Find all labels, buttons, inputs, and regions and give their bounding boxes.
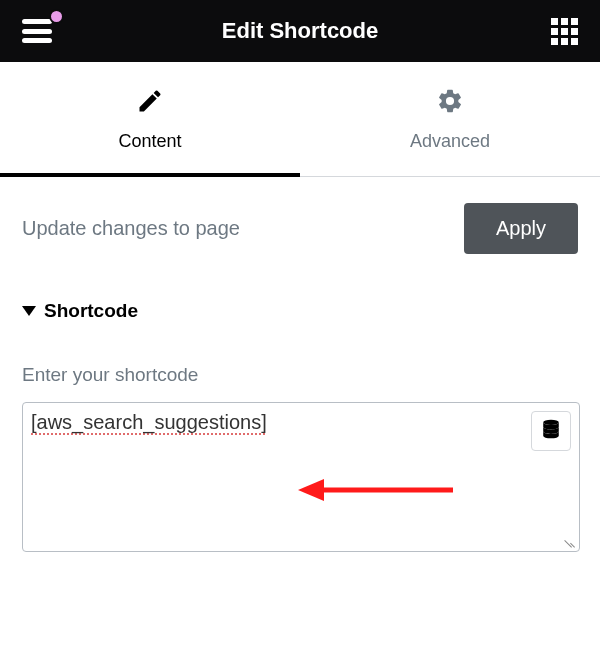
shortcode-input[interactable]: [aws_search_suggestions] [31, 411, 527, 543]
pencil-icon [136, 87, 164, 119]
update-row: Update changes to page Apply [0, 177, 600, 282]
tab-advanced[interactable]: Advanced [300, 62, 600, 176]
tab-label: Advanced [410, 131, 490, 152]
apps-icon[interactable] [551, 18, 578, 45]
textarea-wrap: [aws_search_suggestions] [22, 402, 580, 552]
apply-button[interactable]: Apply [464, 203, 578, 254]
database-icon [542, 419, 560, 443]
svg-point-0 [543, 420, 559, 425]
gear-icon [436, 87, 464, 119]
resize-handle-icon[interactable] [563, 535, 575, 547]
tab-label: Content [118, 131, 181, 152]
header-bar: Edit Shortcode [0, 0, 600, 62]
section-toggle[interactable]: Shortcode [22, 300, 578, 322]
dynamic-tags-button[interactable] [531, 411, 571, 451]
page-title: Edit Shortcode [222, 18, 378, 44]
field-label: Enter your shortcode [22, 364, 578, 386]
shortcode-value: [aws_search_suggestions] [31, 411, 267, 433]
caret-down-icon [22, 306, 36, 316]
notification-dot [49, 9, 64, 24]
section-shortcode: Shortcode [0, 282, 600, 330]
tabs: Content Advanced [0, 62, 600, 177]
update-text: Update changes to page [22, 217, 240, 240]
tab-content[interactable]: Content [0, 62, 300, 176]
shortcode-field: Enter your shortcode [aws_search_suggest… [0, 330, 600, 552]
menu-icon[interactable] [22, 19, 52, 43]
section-title: Shortcode [44, 300, 138, 322]
